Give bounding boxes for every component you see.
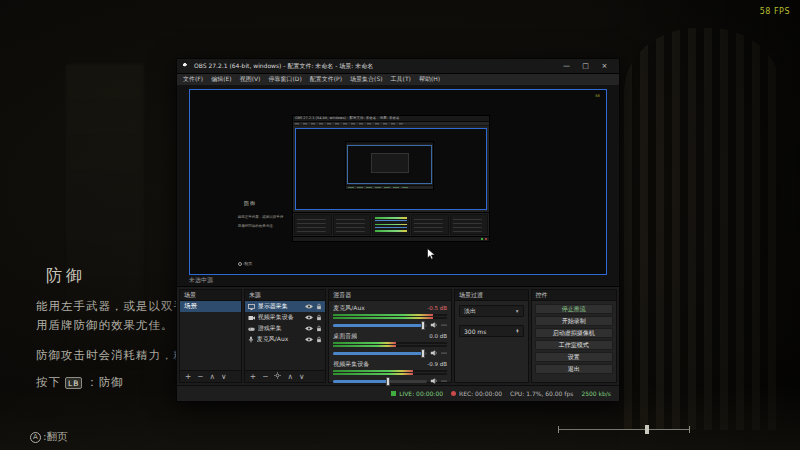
rec-indicator-icon <box>451 391 456 396</box>
scene-list-item[interactable]: 场景 <box>180 301 241 312</box>
source-name: 视频采集设备 <box>258 313 302 322</box>
scenes-panel-title: 场景 <box>180 290 241 301</box>
transition-select[interactable]: 淡出 ▾ <box>459 305 524 317</box>
lock-icon[interactable] <box>316 303 322 310</box>
bitrate: 2500 kb/s <box>581 390 611 397</box>
visibility-eye-icon[interactable] <box>305 304 313 309</box>
obs-docks: 场景 场景 + − ∧ ∨ 来源 <box>177 286 619 385</box>
cpu-usage: CPU: 1.7%, 60.00 fps <box>510 390 573 397</box>
volume-slider[interactable] <box>333 352 427 355</box>
nested-docks <box>293 212 489 236</box>
stop-streaming-button[interactable]: 停止推流 <box>535 304 613 314</box>
menu-profile[interactable]: 配置文件(P) <box>310 75 342 84</box>
scrollbar-left-tick <box>558 426 559 433</box>
exit-button[interactable]: 退出 <box>535 364 613 374</box>
settings-button[interactable]: 设置 <box>535 352 613 362</box>
obs-titlebar[interactable]: OBS 27.2.1 (64-bit, windows) - 配置文件: 未命名… <box>177 59 619 74</box>
press-prefix: 按下 <box>36 375 61 390</box>
source-up-button[interactable]: ∧ <box>287 373 293 381</box>
speaker-icon[interactable] <box>430 349 438 357</box>
maximize-button[interactable]: □ <box>576 59 595 74</box>
studio-mode-button[interactable]: 工作室模式 <box>535 340 613 350</box>
channel-db: 0.0 dB <box>429 333 447 339</box>
menu-edit[interactable]: 编辑(E) <box>211 75 231 84</box>
volume-meter <box>333 370 447 372</box>
scrollbar-handle[interactable] <box>645 425 649 434</box>
slider-handle[interactable] <box>386 377 390 386</box>
channel-name: 桌面音频 <box>333 332 357 341</box>
nested-tutorial-line-2: 用盾牌防御的效果尤佳。 <box>238 224 277 228</box>
lock-icon[interactable] <box>316 336 322 343</box>
live-indicator-icon <box>391 391 396 396</box>
mixer-panel: 混音器 麦克风/Aux -0.5 dB <box>328 289 452 383</box>
nested-statusbar <box>293 236 489 241</box>
tutorial-line-2: 用盾牌防御的效果尤佳。 <box>36 318 174 333</box>
volume-slider[interactable] <box>333 324 427 327</box>
mixer-panel-title: 混音器 <box>329 290 451 301</box>
nested-mixer-dock <box>372 214 410 235</box>
obs-window: OBS 27.2.1 (64-bit, windows) - 配置文件: 未命名… <box>176 58 620 402</box>
source-row-game-capture[interactable]: 游戏采集 <box>245 323 325 334</box>
channel-settings-icon[interactable] <box>441 378 447 384</box>
scene-down-button[interactable]: ∨ <box>221 373 227 381</box>
source-properties-gear-icon[interactable] <box>274 372 281 381</box>
remove-source-button[interactable]: − <box>262 373 268 381</box>
volume-meter <box>333 314 447 316</box>
start-virtual-camera-button[interactable]: 启动虚拟摄像机 <box>535 328 613 338</box>
slider-handle[interactable] <box>421 349 425 358</box>
transition-duration-input[interactable]: 300 ms ▴▾ <box>459 325 524 337</box>
nested-a-button-icon <box>238 262 242 266</box>
menu-tools[interactable]: 工具(T) <box>391 75 411 84</box>
tutorial-scrollbar[interactable] <box>558 424 690 434</box>
close-button[interactable]: × <box>595 59 614 74</box>
mixer-channel-video-device: 视频采集设备 -0.9 dB <box>333 360 447 385</box>
menu-help[interactable]: 帮助(H) <box>419 75 440 84</box>
remove-scene-button[interactable]: − <box>197 373 203 381</box>
scrollbar-track <box>558 429 690 430</box>
nested-tutorial-title: 防御 <box>244 200 256 206</box>
menu-scene-collection[interactable]: 场景集合(S) <box>350 75 383 84</box>
volume-meter <box>333 342 447 344</box>
nested-menubar <box>293 122 489 126</box>
nested-page-prompt: :翻页 <box>238 261 252 266</box>
screen: 58 FPS 防御 能用左手武器，或是以双手持 用盾牌防御的效果尤佳。 防御攻击… <box>0 0 800 450</box>
minimize-button[interactable]: — <box>557 59 576 74</box>
volume-meter <box>333 317 447 319</box>
menu-docks[interactable]: 停靠窗口(D) <box>268 75 301 84</box>
lock-icon[interactable] <box>316 325 322 332</box>
lock-icon[interactable] <box>316 314 322 321</box>
source-row-video-capture[interactable]: 视频采集设备 <box>245 312 325 323</box>
nested-l3-titlebar <box>346 142 433 144</box>
tutorial-line-3: 防御攻击时会消耗精力，精力 <box>36 348 199 363</box>
channel-db: -0.5 dB <box>427 305 447 311</box>
add-scene-button[interactable]: + <box>185 373 191 381</box>
controls-panel: 控件 停止推流 开始录制 启动虚拟摄像机 工作室模式 设置 退出 <box>531 289 617 383</box>
volume-slider[interactable] <box>333 380 427 383</box>
nested-l3-docks <box>346 185 433 189</box>
spinner-arrows-icon[interactable]: ▴▾ <box>516 329 518 334</box>
channel-settings-icon[interactable] <box>441 322 447 328</box>
mixer-channel-mic: 麦克风/Aux -0.5 dB <box>333 304 447 329</box>
speaker-icon[interactable] <box>430 321 438 329</box>
menu-file[interactable]: 文件(F) <box>183 75 203 84</box>
nested-l3-preview <box>347 145 432 185</box>
source-down-button[interactable]: ∨ <box>299 373 305 381</box>
channel-settings-icon[interactable] <box>441 350 447 356</box>
scene-up-button[interactable]: ∧ <box>210 373 216 381</box>
add-source-button[interactable]: + <box>250 373 256 381</box>
preview-canvas[interactable]: 防御 能用左手武器，或是以双手持 用盾牌防御的效果尤佳。 :翻页 58 OBS … <box>189 89 607 275</box>
source-row-mic[interactable]: 麦克风/Aux <box>245 334 325 345</box>
menu-view[interactable]: 视图(V) <box>240 75 261 84</box>
speaker-icon[interactable] <box>430 377 438 385</box>
visibility-eye-icon[interactable] <box>305 337 313 342</box>
slider-handle[interactable] <box>421 321 425 330</box>
transitions-panel-title: 场景过渡 <box>455 290 528 301</box>
nested-transitions-dock <box>411 214 449 235</box>
microphone-icon <box>248 336 254 343</box>
gamepad-icon <box>248 326 255 332</box>
nested-fps-counter: 58 <box>595 94 599 98</box>
visibility-eye-icon[interactable] <box>305 315 313 320</box>
start-recording-button[interactable]: 开始录制 <box>535 316 613 326</box>
source-row-display-capture[interactable]: 显示器采集 <box>245 301 325 312</box>
visibility-eye-icon[interactable] <box>305 326 313 331</box>
